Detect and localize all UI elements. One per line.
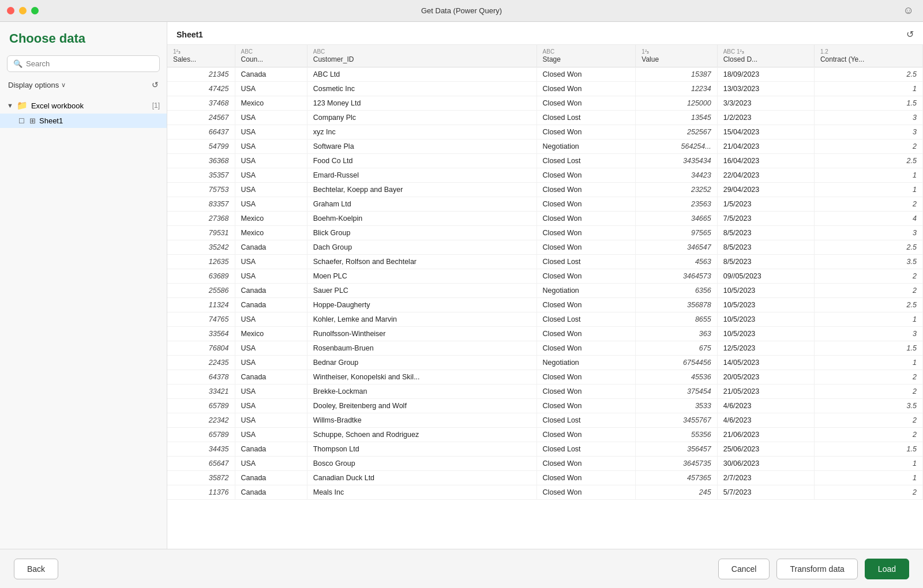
table-cell: USA (235, 399, 307, 413)
table-cell: 20/05/2023 (717, 370, 814, 385)
table-cell: USA (235, 140, 307, 154)
table-cell: 65647 (167, 457, 235, 471)
table-cell: Canada (235, 442, 307, 457)
table-cell: Closed Won (536, 471, 636, 485)
table-cell: Canada (235, 284, 307, 298)
back-button[interactable]: Back (14, 559, 58, 579)
table-cell: Closed Won (536, 82, 636, 96)
transform-data-button[interactable]: Transform data (776, 559, 857, 579)
table-row: 79531MexicoBlick GroupClosed Won975658/5… (167, 226, 923, 240)
table-cell: 1 (814, 356, 922, 370)
table-cell: 74765 (167, 312, 235, 327)
table-cell: Emard-Russel (307, 168, 536, 183)
display-options-toggle[interactable]: Display options ∨ (8, 81, 66, 89)
table-container[interactable]: 1²₃Sales...ABCCoun...ABCCustomer_IDABCSt… (167, 45, 923, 549)
table-cell: Moen PLC (307, 269, 536, 284)
table-cell: Closed Won (536, 240, 636, 255)
table-cell: 21345 (167, 67, 235, 82)
table-cell: Canada (235, 471, 307, 485)
table-cell: 2 (814, 269, 922, 284)
table-cell: 6754456 (636, 356, 717, 370)
panel-refresh-icon[interactable]: ↺ (906, 29, 914, 40)
minimize-button[interactable] (19, 7, 27, 14)
table-cell: 1.5 (814, 341, 922, 356)
table-cell: 23563 (636, 197, 717, 212)
table-cell: 55356 (636, 428, 717, 442)
table-row: 75753USABechtelar, Koepp and BayerClosed… (167, 183, 923, 197)
table-cell: 2 (814, 140, 922, 154)
table-cell: 45536 (636, 370, 717, 385)
table-cell: Runolfsson-Wintheiser (307, 327, 536, 341)
table-cell: 3 (814, 111, 922, 125)
footer-left: Back (14, 559, 58, 579)
search-box[interactable]: 🔍 (7, 55, 160, 72)
table-cell: 1.5 (814, 96, 922, 111)
table-cell: 2 (814, 485, 922, 500)
table-cell: 12234 (636, 82, 717, 96)
table-cell: 14/05/2023 (717, 356, 814, 370)
table-cell: 8/5/2023 (717, 240, 814, 255)
table-cell: 1 (814, 82, 922, 96)
table-cell: Closed Lost (536, 255, 636, 269)
tree-collapse-icon: ▼ (7, 102, 13, 109)
table-cell: Dooley, Breitenberg and Wolf (307, 399, 536, 413)
table-cell: 5/7/2023 (717, 485, 814, 500)
table-cell: 21/04/2023 (717, 140, 814, 154)
table-cell: 15/04/2023 (717, 125, 814, 140)
table-cell: Closed Won (536, 370, 636, 385)
table-cell: 1/2/2023 (717, 111, 814, 125)
chevron-down-icon: ∨ (61, 81, 66, 89)
table-cell: 123 Money Ltd (307, 96, 536, 111)
window-controls[interactable] (7, 7, 39, 14)
table-cell: 76804 (167, 341, 235, 356)
table-cell: 2 (814, 284, 922, 298)
data-table: 1²₃Sales...ABCCoun...ABCCustomer_IDABCSt… (167, 45, 923, 500)
table-cell: USA (235, 269, 307, 284)
table-cell: 8655 (636, 312, 717, 327)
workbook-label: Excel workbook (31, 101, 149, 110)
load-button[interactable]: Load (865, 559, 909, 579)
table-row: 25586CanadaSauer PLCNegotiation635610/5/… (167, 284, 923, 298)
table-cell: 1 (814, 312, 922, 327)
table-cell: Meals Inc (307, 485, 536, 500)
table-cell: 36368 (167, 154, 235, 168)
close-button[interactable] (7, 7, 14, 14)
table-row: 66437USAxyz IncClosed Won25256715/04/202… (167, 125, 923, 140)
sidebar-refresh-icon[interactable]: ↺ (152, 80, 159, 89)
table-cell: Closed Won (536, 327, 636, 341)
table-cell: 83357 (167, 197, 235, 212)
table-cell: USA (235, 125, 307, 140)
table-cell: Closed Lost (536, 111, 636, 125)
tree-workbook-item[interactable]: ▼ 📁 Excel workbook [1] (0, 97, 167, 114)
table-cell: 4/6/2023 (717, 399, 814, 413)
table-row: 37468Mexico123 Money LtdClosed Won125000… (167, 96, 923, 111)
table-cell: Closed Lost (536, 312, 636, 327)
cancel-button[interactable]: Cancel (718, 559, 770, 579)
table-cell: Closed Lost (536, 413, 636, 428)
column-header: ABC 1²₃Closed D... (717, 45, 814, 67)
table-cell: 18/09/2023 (717, 67, 814, 82)
table-cell: Dach Group (307, 240, 536, 255)
table-cell: Closed Won (536, 457, 636, 471)
table-cell: USA (235, 428, 307, 442)
table-row: 21345CanadaABC LtdClosed Won1538718/09/2… (167, 67, 923, 82)
table-row: 24567USACompany PlcClosed Lost135451/2/2… (167, 111, 923, 125)
table-cell: 2 (814, 428, 922, 442)
table-cell: 11324 (167, 298, 235, 312)
table-cell: Schaefer, Rolfson and Bechtelar (307, 255, 536, 269)
table-cell: Closed Won (536, 385, 636, 399)
table-cell: 12/5/2023 (717, 341, 814, 356)
table-cell: Negotiation (536, 356, 636, 370)
maximize-button[interactable] (31, 7, 39, 14)
table-cell: Hoppe-Daugherty (307, 298, 536, 312)
search-input[interactable] (26, 59, 153, 68)
table-cell: Closed Lost (536, 442, 636, 457)
tree-sheet-item[interactable]: ☐ ⊞ Sheet1 (0, 114, 167, 128)
table-cell: 13/03/2023 (717, 82, 814, 96)
table-cell: Closed Won (536, 96, 636, 111)
table-cell: Canada (235, 298, 307, 312)
table-cell: 457365 (636, 471, 717, 485)
table-cell: 375454 (636, 385, 717, 399)
table-cell: Software Pla (307, 140, 536, 154)
table-cell: 356457 (636, 442, 717, 457)
